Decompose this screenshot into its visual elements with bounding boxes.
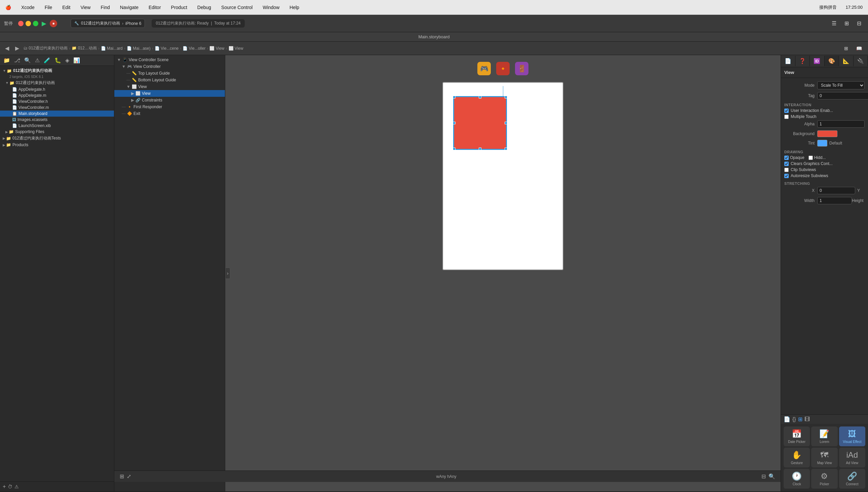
close-button[interactable]	[18, 21, 24, 26]
menu-window[interactable]: Window	[261, 3, 281, 11]
autoresize-checkbox[interactable]	[784, 174, 789, 178]
lib-item-datepicker[interactable]: 📅 Date Picker	[783, 426, 810, 446]
menu-xcode[interactable]: Xcode	[19, 3, 37, 11]
background-color-swatch[interactable]	[817, 130, 837, 137]
menu-source-control[interactable]: Source Control	[219, 3, 255, 11]
tree-group-supporting[interactable]: ▶ 📁 Supporting Files	[0, 129, 114, 135]
nav-warning-icon[interactable]: ⚠	[34, 56, 40, 64]
handle-mr[interactable]	[505, 122, 507, 124]
width-input[interactable]	[817, 197, 852, 204]
bc-2[interactable]: 📁 012…动画	[72, 45, 96, 51]
tab-size[interactable]: 📐	[839, 56, 853, 66]
run-button[interactable]: ▶	[42, 20, 46, 27]
outline-top-layout[interactable]: — 📏 Top Layout Guide	[114, 70, 225, 77]
lib-tab-media[interactable]: 🎞	[804, 416, 810, 422]
menu-edit[interactable]: Edit	[60, 3, 72, 11]
lib-tab-code[interactable]: {}	[792, 416, 796, 422]
handle-ml[interactable]	[453, 122, 456, 124]
nav-search-icon[interactable]: 🔍	[24, 56, 31, 64]
outline-view-selected[interactable]: ▶ ⬜ View	[114, 90, 225, 97]
menu-view[interactable]: View	[78, 3, 93, 11]
tree-file-images[interactable]: 🖼 Images.xcassets	[0, 117, 114, 123]
nav-breakpoint-icon[interactable]: ◈	[65, 56, 70, 64]
handle-tr[interactable]	[505, 96, 507, 98]
nav-report-icon[interactable]: 📊	[73, 56, 81, 64]
handle-tl[interactable]	[453, 96, 456, 98]
alpha-input[interactable]	[817, 120, 865, 128]
scheme-selector[interactable]: 🔧 012通过约束执行动画 › iPhone 6	[71, 19, 145, 28]
canvas-view-toggle[interactable]: ⊟	[762, 473, 766, 479]
clears-graphics-checkbox[interactable]	[784, 162, 789, 166]
menu-product[interactable]: Product	[169, 3, 189, 11]
opaque-checkbox[interactable]	[784, 155, 789, 160]
tree-root[interactable]: ▼ 📁 012通过约束执行动画	[0, 67, 114, 74]
mode-select[interactable]: Scale To Fill	[817, 81, 865, 90]
tree-group-main[interactable]: ▼ 📁 012通过约束执行动画	[0, 79, 114, 87]
handle-bl[interactable]	[453, 148, 456, 150]
nav-source-icon[interactable]: ⎇	[14, 56, 21, 64]
lib-item-connector[interactable]: 🔗 Connect	[839, 469, 865, 489]
bc-5[interactable]: 📄 Vie...cene	[155, 46, 178, 51]
lib-item-map[interactable]: 🗺 Map View	[811, 448, 837, 467]
outline-view-container[interactable]: ▼ ⬜ View	[114, 83, 225, 90]
clip-subviews-checkbox[interactable]	[784, 168, 789, 172]
tree-file-launchscreen[interactable]: 📄 LaunchScreen.xib	[0, 123, 114, 129]
panel-toggle-center[interactable]: ⊞	[842, 19, 851, 28]
maximize-button[interactable]	[33, 21, 38, 26]
bc-8[interactable]: ⬜ View	[228, 46, 243, 51]
bc-4[interactable]: 📄 Mai...ase)	[127, 46, 151, 51]
bc-3[interactable]: 📄 Mai...ard	[101, 46, 123, 51]
handle-tm[interactable]	[479, 96, 481, 98]
responder-icon[interactable]: 🔸	[496, 62, 510, 75]
nav-test-icon[interactable]: 🧪	[43, 56, 51, 64]
nav-debug-icon[interactable]: 🐛	[54, 56, 62, 64]
stretching-x-input[interactable]	[817, 187, 855, 194]
tree-file-appdelegateh[interactable]: 📄 AppDelegate.h	[0, 87, 114, 92]
outline-first-responder[interactable]: — 🔸 First Responder	[114, 103, 225, 110]
menu-navigate[interactable]: Navigate	[118, 3, 141, 11]
lib-item-picker[interactable]: ⚙ Picker	[811, 469, 837, 489]
outline-vc-scene[interactable]: ▼ 📱 View Controller Scene	[114, 56, 225, 63]
zoom-actual-button[interactable]: ⤢	[127, 473, 131, 479]
exit-icon[interactable]: 🚪	[515, 62, 528, 75]
menu-debug[interactable]: Debug	[195, 3, 213, 11]
tree-file-viewcontrollerm[interactable]: 📄 ViewController.m	[0, 104, 114, 110]
tab-connections[interactable]: 🔌	[853, 56, 868, 66]
handle-bm[interactable]	[479, 148, 481, 150]
history-button[interactable]: ⏱	[8, 484, 13, 489]
menu-file[interactable]: File	[43, 3, 54, 11]
library-toggle[interactable]: 📖	[853, 44, 865, 52]
tree-file-viewcontrollerh[interactable]: 📄 ViewController.h	[0, 98, 114, 104]
lib-item-clock[interactable]: 🕐 Clock	[783, 469, 810, 489]
bc-7[interactable]: ⬜ View	[210, 46, 224, 51]
vc-icon[interactable]: 🎮	[477, 62, 491, 75]
menu-find[interactable]: Find	[98, 3, 112, 11]
tab-file[interactable]: 📄	[781, 56, 795, 66]
stop-button[interactable]: ■	[50, 20, 57, 27]
canvas-preview-toggle[interactable]: 🔍	[769, 473, 775, 479]
tab-attributes[interactable]: 🎨	[825, 56, 839, 66]
outline-bottom-layout[interactable]: — 📏 Bottom Layout Guide	[114, 77, 225, 83]
outline-constraints[interactable]: ▶ 🔗 Constraints	[114, 97, 225, 103]
panel-toggle-left[interactable]: ☰	[829, 19, 839, 28]
menu-editor[interactable]: Editor	[147, 3, 163, 11]
outline-exit[interactable]: — 🔶 Exit	[114, 110, 225, 117]
tree-file-mainstoryboard[interactable]: 📋 Main.storyboard	[0, 110, 114, 117]
canvas-panel[interactable]: 🎮 🔸 🚪	[225, 55, 780, 491]
input-method[interactable]: 接狗拼音	[817, 3, 839, 12]
minimize-button[interactable]	[26, 21, 31, 26]
add-file-button[interactable]: +	[3, 484, 6, 490]
bc-6[interactable]: 📄 Vie...oller	[183, 46, 206, 51]
outline-vc[interactable]: ▼ 🎮 View Controller	[114, 63, 225, 70]
inspector-toggle[interactable]: ⊞	[841, 44, 851, 52]
user-interaction-checkbox[interactable]	[784, 108, 789, 113]
lib-item-ad[interactable]: iAd Ad View	[839, 448, 865, 467]
lib-item-lorem[interactable]: 📝 Lorem	[811, 426, 837, 446]
nav-prev-icon[interactable]: ◀	[3, 44, 11, 52]
apple-menu[interactable]: 🍎	[3, 3, 13, 11]
lib-item-gesture[interactable]: ✋ Gesture	[783, 448, 810, 467]
lib-tab-objects[interactable]: ⊞	[798, 416, 802, 422]
tab-quick-help[interactable]: ❓	[795, 56, 810, 66]
handle-br[interactable]	[505, 148, 507, 150]
tab-identity[interactable]: 🆔	[810, 56, 824, 66]
